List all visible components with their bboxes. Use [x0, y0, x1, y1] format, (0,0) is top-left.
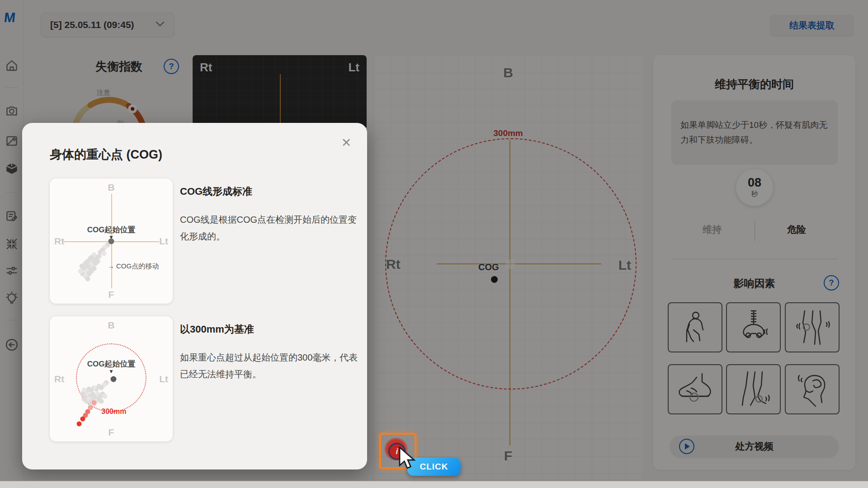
scatter-dot — [99, 399, 104, 404]
origin-label: COG起始位置 — [50, 225, 173, 235]
scatter-dot — [77, 422, 82, 427]
scatter-dot — [95, 258, 100, 263]
scatter-dot — [88, 256, 93, 261]
cog-move-label: → COG点的移动 — [108, 262, 159, 270]
scatter-dot — [101, 251, 106, 256]
origin-label: COG起始位置 — [50, 359, 173, 369]
section1-body: COG线是根据COG点在检测开始后的位置变化形成的。 — [180, 211, 363, 245]
section2-body: 如果重心点超过从起始位置的300毫米，代表已经无法维持平衡。 — [180, 349, 363, 383]
origin-dot — [111, 376, 117, 382]
scatter-dot — [80, 417, 85, 422]
close-icon[interactable]: ✕ — [338, 135, 354, 151]
app-root: M [5] 25.05.11 (09 — [0, 0, 868, 488]
origin-marker-icon: ▼ — [108, 368, 114, 375]
mouse-cursor-icon — [398, 446, 419, 472]
section1-heading: COG线形成标准 — [180, 185, 252, 198]
scatter-dot — [78, 268, 83, 273]
cog-300mm-mini-chart: B F Rt Lt COG起始位置 ▼ 300mm — [50, 316, 173, 441]
mini-300mm-label: 300mm — [101, 408, 126, 416]
scatter-dot — [103, 394, 108, 399]
click-tooltip-label: CLICK — [420, 462, 448, 472]
scatter-dot — [79, 263, 84, 268]
scatter-dot — [85, 276, 90, 281]
cog-info-modal: ✕ 身体的重心点 (COG) B F Rt Lt COG起始位置 ▼ → COG… — [22, 123, 367, 469]
origin-dot — [108, 238, 114, 244]
section2-heading: 以300mm为基准 — [180, 323, 254, 336]
scatter-dot — [91, 400, 96, 405]
cog-line-mini-chart: B F Rt Lt COG起始位置 ▼ → COG点的移动 — [50, 178, 173, 304]
scatter-dot — [91, 266, 96, 271]
bottom-edge-strip — [0, 481, 868, 488]
modal-title: 身体的重心点 (COG) — [50, 146, 162, 163]
